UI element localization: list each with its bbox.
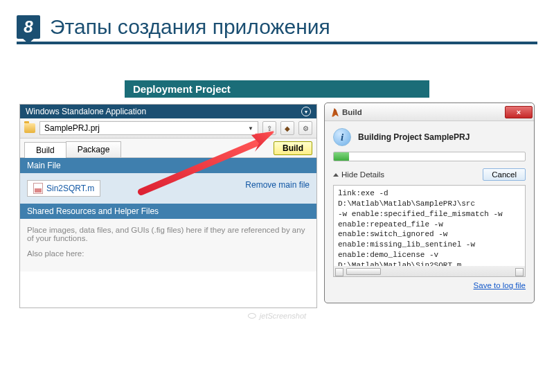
slide-title: Этапы создания приложения: [50, 15, 330, 39]
slide-number-badge: 8: [17, 15, 40, 39]
section-banner: Deployment Project: [125, 80, 429, 98]
window-title: Windows Standalone Application: [26, 107, 146, 116]
chevron-up-icon: [333, 173, 339, 177]
gear-icon[interactable]: ⚙: [298, 121, 312, 135]
project-toolbar: SamplePRJ.prj ▼ ⇪ ◆ ⚙: [20, 118, 316, 139]
main-file-header: Main File: [20, 158, 316, 173]
dialog-title: Build: [342, 108, 362, 116]
progress-bar: [333, 152, 526, 161]
progress-fill: [334, 152, 349, 161]
remove-main-file-link[interactable]: Remove main file: [245, 180, 310, 190]
log-scrollbar[interactable]: [333, 266, 526, 277]
build-button[interactable]: Build: [274, 141, 312, 155]
folder-icon[interactable]: [24, 123, 35, 133]
tab-package[interactable]: Package: [66, 141, 122, 157]
watermark: jetScreenshot: [248, 312, 306, 320]
package-tool-icon[interactable]: ⇪: [262, 121, 276, 135]
dropdown-icon[interactable]: ▼: [248, 125, 253, 132]
build-dialog: Build × i Building Project SamplePRJ Hid…: [324, 103, 535, 303]
project-file-field[interactable]: SamplePRJ.prj ▼: [39, 121, 258, 135]
deployment-window: Windows Standalone Application ▾ SampleP…: [19, 104, 317, 308]
info-icon: i: [333, 128, 351, 146]
build-log[interactable]: link:exe -d D:\Matlab\Matlab\SamplePRJ\s…: [333, 185, 526, 267]
matlab-icon: [329, 107, 339, 117]
shared-resources-text: Place images, data files, and GUIs (.fig…: [27, 226, 310, 242]
dialog-titlebar: Build ×: [325, 103, 534, 121]
main-file-panel: Main File Sin2SQRT.m Remove main file: [20, 158, 316, 204]
building-project-label: Building Project SamplePRJ: [358, 132, 470, 142]
watermark-icon: [248, 313, 256, 319]
window-titlebar: Windows Standalone Application ▾: [20, 105, 316, 118]
main-file-name: Sin2SQRT.m: [46, 184, 94, 193]
shared-resources-panel: Shared Resources and Helper Files Place …: [20, 204, 316, 271]
project-file-name: SamplePRJ.prj: [44, 123, 100, 133]
tabs-row: Build Package Build: [20, 139, 316, 158]
main-file-chip[interactable]: Sin2SQRT.m: [27, 180, 100, 197]
mfile-icon: [33, 183, 43, 194]
tab-build[interactable]: Build: [24, 142, 66, 158]
cube-icon[interactable]: ◆: [280, 121, 294, 135]
watermark-text: jetScreenshot: [260, 312, 306, 320]
scrollbar-thumb[interactable]: [346, 268, 381, 275]
cancel-button[interactable]: Cancel: [483, 168, 526, 181]
save-to-log-link[interactable]: Save to log file: [333, 281, 526, 289]
also-place-text: Also place here:: [27, 249, 310, 258]
hide-details-label: Hide Details: [341, 170, 384, 179]
close-button[interactable]: ×: [505, 106, 533, 118]
build-info-row: i Building Project SamplePRJ: [333, 128, 526, 146]
shared-resources-header: Shared Resources and Helper Files: [20, 204, 316, 219]
title-divider: [17, 42, 537, 44]
titlebar-menu-icon[interactable]: ▾: [301, 107, 311, 116]
slide-header: 8 Этапы создания приложения: [17, 15, 537, 39]
hide-details-toggle[interactable]: Hide Details: [333, 170, 384, 179]
